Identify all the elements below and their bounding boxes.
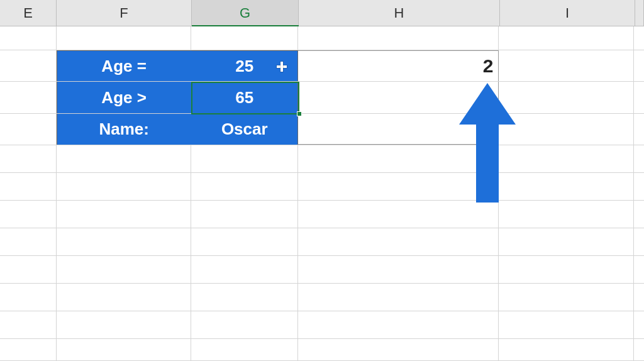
col-header-F[interactable]: F [57,0,192,26]
row-3: Age > 65 [0,82,644,114]
cell-F11[interactable] [57,311,192,338]
cell-J2[interactable] [634,50,644,81]
cell-H9[interactable] [298,256,499,283]
cell-J5[interactable] [634,145,644,172]
cell-F4-label[interactable]: Name: [57,114,192,145]
cell-I3[interactable] [499,82,634,113]
cell-F2-label[interactable]: Age = [57,50,192,81]
row-11 [0,311,644,339]
cell-E5[interactable] [0,145,57,172]
cell-G3-value[interactable]: 65 [191,82,298,113]
cell-G2-value[interactable]: 25 [191,50,298,81]
cell-I8[interactable] [499,228,634,255]
cell-J1[interactable] [634,26,644,50]
row-12 [0,339,644,361]
cell-G8[interactable] [191,228,298,255]
cell-rows: Age = 25 2 Age > 65 Name: Oscar [0,26,644,361]
cell-E4[interactable] [0,114,57,145]
svg-marker-0 [459,83,516,203]
cell-J12[interactable] [634,339,644,360]
cell-J6[interactable] [634,173,644,200]
cell-F1[interactable] [57,26,192,50]
cell-I9[interactable] [499,256,634,283]
cell-H1[interactable] [298,26,499,50]
cell-F10[interactable] [57,284,192,311]
cell-J11[interactable] [634,311,644,338]
cell-G12[interactable] [191,339,298,360]
h2-value-text: 2 [483,55,494,77]
row-9 [0,256,644,284]
cell-H11[interactable] [298,311,499,338]
selected-column-indicator [192,25,299,26]
cell-I7[interactable] [499,201,634,228]
cell-E3[interactable] [0,82,57,113]
cell-G10[interactable] [191,284,298,311]
row-1 [0,26,644,50]
cell-E11[interactable] [0,311,57,338]
cell-H7[interactable] [298,201,499,228]
cell-I5[interactable] [499,145,634,172]
row-7 [0,201,644,228]
cell-I4[interactable] [499,114,634,145]
cell-F8[interactable] [57,228,192,255]
cell-H10[interactable] [298,284,499,311]
spreadsheet-grid[interactable]: E F G H I Age = 25 2 Age > 65 [0,0,644,361]
cell-G5[interactable] [191,145,298,172]
cell-I6[interactable] [499,173,634,200]
cell-G9[interactable] [191,256,298,283]
cell-F6[interactable] [57,173,192,200]
cell-H12[interactable] [298,339,499,360]
col-header-G[interactable]: G [192,0,299,26]
cell-E1[interactable] [0,26,57,50]
row-4: Name: Oscar [0,114,644,145]
cell-J7[interactable] [634,201,644,228]
cell-J9[interactable] [634,256,644,283]
cell-F3-label[interactable]: Age > [57,82,192,113]
col-header-H[interactable]: H [299,0,500,26]
cell-J10[interactable] [634,284,644,311]
col-header-edge [635,0,644,26]
cell-I10[interactable] [499,284,634,311]
cell-E7[interactable] [0,201,57,228]
annotation-up-arrow-icon [459,83,516,203]
cell-F5[interactable] [57,145,192,172]
row-5 [0,145,644,173]
cell-G1[interactable] [191,26,298,50]
column-headers: E F G H I [0,0,644,26]
cell-G11[interactable] [191,311,298,338]
cell-J4[interactable] [634,114,644,145]
row-10 [0,284,644,311]
cell-I11[interactable] [499,311,634,338]
cell-E2[interactable] [0,50,57,81]
cell-I2[interactable] [499,50,634,81]
cell-E9[interactable] [0,256,57,283]
cell-F9[interactable] [57,256,192,283]
cell-E6[interactable] [0,173,57,200]
cell-G6[interactable] [191,173,298,200]
cell-F7[interactable] [57,201,192,228]
row-6 [0,173,644,201]
col-header-E[interactable]: E [0,0,57,26]
cell-J8[interactable] [634,228,644,255]
cell-F12[interactable] [57,339,192,360]
row-2: Age = 25 2 [0,50,644,82]
cell-J3[interactable] [634,82,644,113]
row-8 [0,228,644,256]
cell-E8[interactable] [0,228,57,255]
cell-H2-result[interactable]: 2 [298,50,499,81]
fill-handle[interactable] [297,111,302,116]
cell-I12[interactable] [499,339,634,360]
cell-G4-value[interactable]: Oscar [191,114,298,145]
cell-E10[interactable] [0,284,57,311]
col-header-I[interactable]: I [500,0,635,26]
cell-H8[interactable] [298,228,499,255]
cell-G7[interactable] [191,201,298,228]
cell-I1[interactable] [499,26,634,50]
cell-E12[interactable] [0,339,57,360]
